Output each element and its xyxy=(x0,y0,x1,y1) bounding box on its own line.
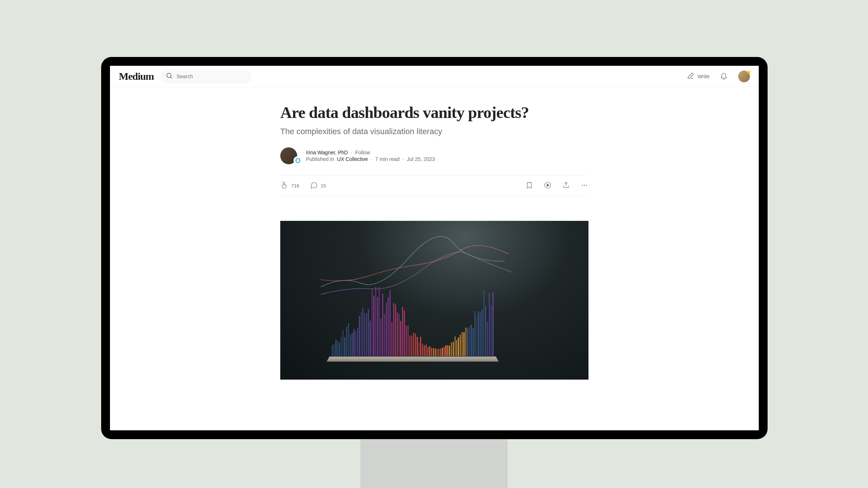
separator-dot: · xyxy=(402,156,404,162)
listen-button[interactable] xyxy=(544,181,552,191)
article-hero-image xyxy=(280,221,588,380)
share-button[interactable] xyxy=(562,181,570,191)
more-icon xyxy=(580,181,588,191)
comment-icon xyxy=(310,181,318,190)
hero-platform xyxy=(327,356,499,362)
monitor-bezel: Medium Write xyxy=(101,57,768,439)
author-name[interactable]: Irina Wagner, PhD xyxy=(306,150,348,155)
search-input[interactable] xyxy=(177,73,246,79)
responses-count: 15 xyxy=(321,183,326,189)
separator-dot: · xyxy=(371,156,372,162)
play-icon xyxy=(544,181,552,191)
svg-point-5 xyxy=(586,185,587,186)
separator-dot: · xyxy=(351,150,352,155)
follow-button[interactable]: Follow xyxy=(355,150,370,155)
share-icon xyxy=(562,181,570,191)
byline-avatars[interactable] xyxy=(280,147,301,164)
bookmark-button[interactable] xyxy=(525,181,533,191)
publication-avatar[interactable] xyxy=(294,156,302,165)
read-time: 7 min read xyxy=(375,156,399,162)
monitor-stand xyxy=(360,437,508,488)
write-icon xyxy=(687,72,695,81)
bell-icon xyxy=(720,75,728,81)
svg-point-4 xyxy=(584,185,585,186)
medium-logo[interactable]: Medium xyxy=(119,71,154,82)
article-title: Are data dashboards vanity projects? xyxy=(280,103,588,122)
clap-button[interactable]: 716 xyxy=(280,181,299,190)
byline: Irina Wagner, PhD · Follow Published in … xyxy=(280,147,588,164)
clap-count: 716 xyxy=(291,183,299,189)
bookmark-icon xyxy=(525,181,533,191)
search-icon xyxy=(166,72,173,81)
write-button[interactable]: Write xyxy=(687,72,709,81)
article-subtitle: The complexities of data visualization l… xyxy=(280,127,588,136)
published-in-prefix: Published in xyxy=(306,156,334,162)
svg-line-1 xyxy=(170,77,172,78)
notifications-button[interactable] xyxy=(720,72,728,81)
article: Are data dashboards vanity projects? The… xyxy=(280,87,588,430)
user-avatar[interactable] xyxy=(738,71,750,82)
write-label: Write xyxy=(698,73,709,79)
clap-icon xyxy=(280,181,288,190)
header-actions: Write xyxy=(687,71,750,82)
screen: Medium Write xyxy=(110,66,759,430)
site-header: Medium Write xyxy=(110,66,759,87)
responses-button[interactable]: 15 xyxy=(310,181,326,190)
svg-point-0 xyxy=(167,73,171,78)
publish-date: Jul 25, 2023 xyxy=(407,156,435,162)
publication-name[interactable]: UX Collective xyxy=(337,156,368,162)
content-area: Are data dashboards vanity projects? The… xyxy=(110,87,759,430)
hero-bars xyxy=(332,268,494,356)
search-box[interactable] xyxy=(160,69,252,84)
svg-point-3 xyxy=(582,185,583,186)
more-button[interactable] xyxy=(580,181,588,191)
action-bar: 716 15 xyxy=(280,175,588,197)
